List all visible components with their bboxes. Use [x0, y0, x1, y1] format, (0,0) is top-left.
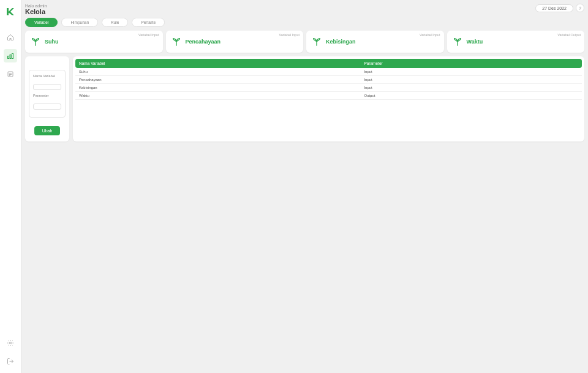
ubah-button[interactable]: Ubah: [34, 126, 60, 135]
sidebar-item-kelola[interactable]: [4, 49, 17, 62]
plant-icon: [452, 36, 463, 47]
variable-table: Nama Variabel Parameter Suhu Input Penca…: [75, 59, 582, 100]
plant-icon: [311, 36, 322, 47]
input-nama-variabel[interactable]: [33, 84, 61, 90]
svg-rect-0: [8, 56, 9, 59]
sidebar-item-home[interactable]: [4, 31, 17, 44]
help-icon[interactable]: ?: [576, 4, 584, 12]
plant-icon: [30, 36, 41, 47]
variable-tag: Variabel Input: [420, 33, 440, 37]
variable-tag: Variabel Input: [279, 33, 300, 37]
sidebar-item-list[interactable]: [4, 67, 17, 81]
sidebar: [0, 0, 21, 373]
app-logo: [4, 5, 17, 18]
variable-name: Pencahayaan: [186, 39, 221, 45]
table-header-parameter: Parameter: [360, 59, 582, 68]
cell-nama: Waktu: [75, 92, 360, 100]
svg-point-7: [10, 342, 12, 344]
cell-nama: Suhu: [75, 68, 360, 76]
input-parameter[interactable]: [33, 104, 61, 110]
date-display: 27 Des 2022: [535, 4, 573, 12]
header: Halo admin Kelola 27 Des 2022 ?: [25, 4, 584, 15]
form-panel: Nama Variabel Parameter Ubah: [25, 56, 69, 141]
tab-pertalite[interactable]: Pertalite: [132, 18, 165, 27]
tab-himpunan[interactable]: Himpunan: [61, 18, 98, 27]
table-row[interactable]: Pencahayaan Input: [75, 76, 582, 84]
variable-tag: Variabel Output: [557, 33, 581, 37]
variable-card-pencahayaan[interactable]: Variabel Input Pencahayaan: [166, 31, 304, 53]
table-row[interactable]: Suhu Input: [75, 68, 582, 76]
cell-parameter: Input: [360, 84, 582, 92]
greeting-text: Halo admin: [25, 4, 47, 8]
sub-tabs: Variabel Himpunan Rule Pertalite: [25, 18, 584, 27]
variable-card-kebisingan[interactable]: Variabel Input Kebisingan: [306, 31, 444, 53]
page-title: Kelola: [25, 8, 47, 15]
sidebar-item-logout[interactable]: [4, 355, 17, 368]
svg-rect-1: [10, 55, 11, 59]
tab-variabel[interactable]: Variabel: [25, 18, 58, 27]
cell-parameter: Input: [360, 76, 582, 84]
variable-card-waktu[interactable]: Variabel Output Waktu: [447, 31, 585, 53]
table-header-nama: Nama Variabel: [75, 59, 360, 68]
plant-icon: [171, 36, 182, 47]
cell-parameter: Input: [360, 68, 582, 76]
tab-rule[interactable]: Rule: [102, 18, 128, 27]
variable-tag: Variabel Input: [138, 33, 159, 37]
sidebar-item-settings[interactable]: [4, 336, 17, 350]
variable-name: Kebisingan: [326, 39, 356, 45]
field-label-parameter: Parameter: [33, 94, 61, 97]
main-content: Halo admin Kelola 27 Des 2022 ? Variabel…: [21, 0, 588, 373]
variable-cards: Variabel Input Suhu Variabel Input Penca…: [25, 31, 584, 53]
svg-rect-2: [12, 54, 13, 59]
variable-card-suhu[interactable]: Variabel Input Suhu: [25, 31, 163, 53]
table-panel: Nama Variabel Parameter Suhu Input Penca…: [73, 56, 584, 141]
table-row[interactable]: Kebisingan Input: [75, 84, 582, 92]
table-row[interactable]: Waktu Output: [75, 92, 582, 100]
cell-nama: Kebisingan: [75, 84, 360, 92]
variable-name: Suhu: [45, 39, 59, 45]
cell-nama: Pencahayaan: [75, 76, 360, 84]
variable-name: Waktu: [467, 39, 483, 45]
field-label-nama: Nama Variabel: [33, 74, 61, 78]
form-card: Nama Variabel Parameter: [29, 70, 66, 118]
cell-parameter: Output: [360, 92, 582, 100]
